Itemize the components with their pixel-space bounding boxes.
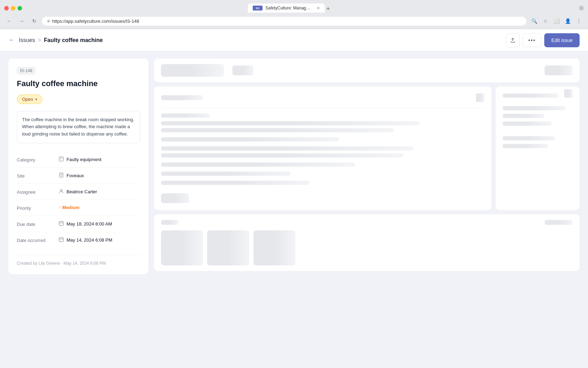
skel-line-7 bbox=[161, 162, 355, 167]
more-options-icon: ••• bbox=[528, 37, 536, 43]
content-row bbox=[154, 86, 580, 210]
date-occurred-label: Date occurred bbox=[17, 237, 59, 243]
category-field: Category Faulty equipment bbox=[17, 152, 140, 168]
tab-close-button[interactable]: ✕ bbox=[317, 6, 320, 11]
browser-dots bbox=[4, 6, 22, 11]
due-date-value: May 18, 2024 8:00 AM bbox=[59, 221, 112, 227]
assignee-value: Beatrice Carter bbox=[59, 189, 97, 195]
reload-button[interactable]: ↻ bbox=[29, 16, 39, 26]
browser-tab-active[interactable]: SC SafetyCulture: Manage Teams and... ✕ bbox=[248, 4, 325, 13]
card-divider bbox=[161, 107, 484, 108]
skel-line-8 bbox=[161, 172, 290, 176]
side-skel-4 bbox=[503, 121, 552, 126]
extension-button[interactable]: ⬜ bbox=[552, 16, 561, 26]
site-label: Site bbox=[17, 173, 59, 179]
main-content: IS-148 Faulty coffee machine Open ▾ The … bbox=[0, 51, 588, 356]
left-panel: IS-148 Faulty coffee machine Open ▾ The … bbox=[8, 58, 148, 274]
site-icon bbox=[59, 173, 64, 179]
due-date-icon bbox=[59, 221, 64, 227]
browser-url-bar[interactable]: ⊕ https://app.safetyculture.com/issues/I… bbox=[42, 17, 526, 26]
app-header: ← Issues > Faulty coffee machine ••• Edi… bbox=[0, 29, 588, 51]
breadcrumb-current: Faulty coffee machine bbox=[44, 37, 103, 43]
maximize-dot[interactable] bbox=[18, 6, 22, 11]
side-skel-2 bbox=[503, 106, 566, 110]
menu-button[interactable]: ⋮ bbox=[574, 16, 584, 26]
tab-title: SafetyCulture: Manage Teams and... bbox=[265, 6, 312, 11]
edit-issue-button[interactable]: Edit issue bbox=[544, 33, 580, 47]
status-badge[interactable]: Open ▾ bbox=[17, 95, 42, 104]
app-header-left: ← Issues > Faulty coffee machine bbox=[8, 36, 103, 44]
profile-button[interactable]: 👤 bbox=[563, 16, 573, 26]
bottom-card bbox=[154, 214, 580, 271]
side-skel-3 bbox=[503, 114, 545, 118]
priority-value: ↑ Medium bbox=[59, 205, 79, 210]
bottom-images bbox=[161, 230, 573, 265]
forward-button[interactable]: → bbox=[17, 16, 27, 26]
assignee-label: Assignee bbox=[17, 189, 59, 195]
date-occurred-field: Date occurred May 14, 2024 6:08 PM bbox=[17, 232, 140, 248]
header-skel-btn bbox=[476, 93, 484, 102]
header-actions: ••• Edit issue bbox=[506, 33, 580, 47]
due-date-field: Due date May 18, 2024 8:00 AM bbox=[17, 216, 140, 232]
site-field: Site Foveaux bbox=[17, 168, 140, 184]
issue-title: Faulty coffee machine bbox=[17, 79, 140, 89]
priority-label: Priority bbox=[17, 205, 59, 211]
tab-skeleton-1 bbox=[161, 64, 224, 77]
side-skel-btn bbox=[564, 89, 573, 98]
tab-skeleton-3 bbox=[545, 65, 573, 75]
priority-field: Priority ↑ Medium bbox=[17, 200, 140, 216]
image-thumb-3[interactable] bbox=[253, 230, 295, 265]
bottom-header-skel bbox=[161, 220, 178, 225]
url-lock-icon: ⊕ bbox=[47, 19, 50, 23]
date-occurred-value: May 14, 2024 6:08 PM bbox=[59, 237, 112, 243]
more-options-button[interactable]: ••• bbox=[523, 33, 542, 47]
image-thumb-2[interactable] bbox=[207, 230, 249, 265]
status-label: Open bbox=[22, 97, 33, 102]
right-panel bbox=[154, 58, 580, 349]
back-button[interactable]: ← bbox=[8, 36, 15, 44]
issue-id: IS-148 bbox=[17, 67, 35, 75]
site-text: Foveaux bbox=[66, 173, 84, 178]
site-value: Foveaux bbox=[59, 173, 84, 179]
header-skel-1 bbox=[161, 95, 203, 100]
category-text: Faulty equipment bbox=[66, 157, 102, 162]
back-button[interactable]: ← bbox=[4, 16, 14, 26]
skel-line-3 bbox=[161, 128, 394, 132]
zoom-button[interactable]: 🔍 bbox=[529, 16, 539, 26]
side-skel-1 bbox=[503, 93, 559, 98]
new-tab-button[interactable]: + bbox=[326, 5, 330, 13]
assignee-icon bbox=[59, 189, 64, 195]
browser-addressbar: ← → ↻ ⊕ https://app.safetyculture.com/is… bbox=[0, 15, 588, 29]
bookmark-button[interactable]: ☆ bbox=[540, 16, 550, 26]
window-control-1 bbox=[579, 6, 584, 11]
created-by: Created by Lily Greene · May 14, 2024 6:… bbox=[17, 255, 140, 266]
side-panel-card bbox=[496, 86, 580, 210]
svg-rect-3 bbox=[59, 222, 63, 225]
bottom-card-header bbox=[161, 220, 573, 225]
close-dot[interactable] bbox=[4, 6, 9, 11]
due-date-text: May 18, 2024 8:00 AM bbox=[66, 221, 112, 227]
skel-line-1 bbox=[161, 113, 210, 118]
tab-bar-card bbox=[154, 58, 580, 82]
browser-nav: ← → ↻ bbox=[4, 16, 39, 26]
share-icon bbox=[510, 37, 516, 43]
image-thumb-1[interactable] bbox=[161, 230, 203, 265]
field-list: Category Faulty equipment Site Foveaux bbox=[17, 152, 140, 248]
browser-chrome: SC SafetyCulture: Manage Teams and... ✕ … bbox=[0, 0, 588, 29]
svg-rect-4 bbox=[59, 238, 63, 242]
minimize-dot[interactable] bbox=[11, 6, 15, 11]
tab-favicon: SC bbox=[253, 6, 262, 11]
priority-icon: ↑ bbox=[59, 205, 61, 210]
date-occurred-text: May 14, 2024 6:08 PM bbox=[66, 237, 112, 243]
skel-line-9 bbox=[161, 181, 310, 185]
side-skel-6 bbox=[503, 144, 548, 148]
browser-actions: 🔍 ☆ ⬜ 👤 ⋮ bbox=[529, 16, 584, 26]
bottom-header-skel-2 bbox=[545, 220, 573, 225]
priority-text: Medium bbox=[62, 205, 79, 210]
side-skel-5 bbox=[503, 136, 555, 140]
status-chevron-icon: ▾ bbox=[35, 97, 37, 101]
skel-line-6 bbox=[161, 153, 404, 158]
breadcrumb-parent[interactable]: Issues bbox=[19, 37, 35, 43]
category-label: Category bbox=[17, 157, 59, 162]
share-button[interactable] bbox=[506, 33, 520, 47]
